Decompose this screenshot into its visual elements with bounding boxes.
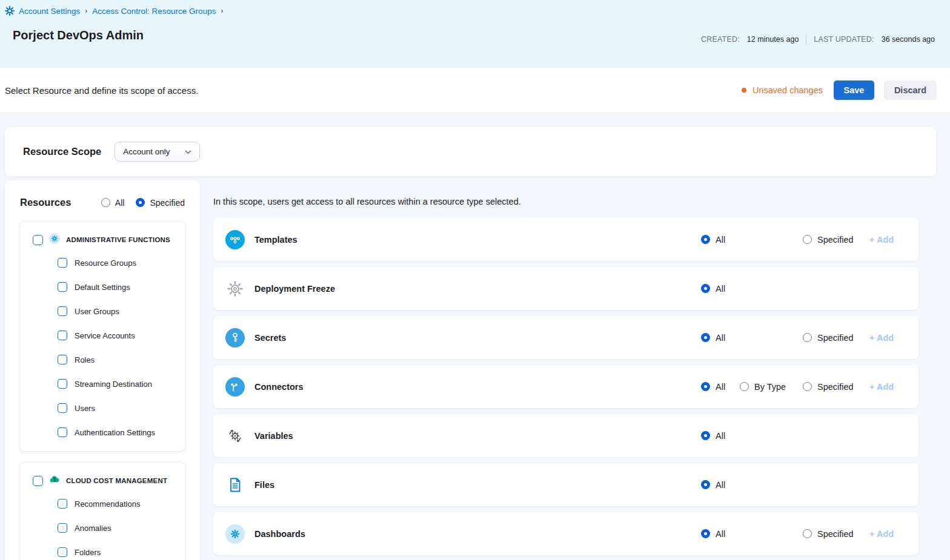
resource-item-checkbox[interactable] <box>58 331 67 340</box>
resource-item: Users <box>20 396 185 420</box>
breadcrumb-separator: › <box>221 7 223 15</box>
resource-item: Service Accounts <box>20 323 185 348</box>
resource-item-checkbox[interactable] <box>58 306 67 316</box>
resource-item: Authentication Settings <box>20 420 185 444</box>
files-icon <box>225 475 245 495</box>
group-checkbox[interactable] <box>33 476 43 486</box>
add-button[interactable]: + Add <box>869 382 894 392</box>
toolbar-actions: Unsaved changes Save Discard <box>742 81 937 100</box>
variables-icon <box>225 426 245 446</box>
resource-item-checkbox[interactable] <box>58 258 67 268</box>
group-checkbox[interactable] <box>33 235 43 245</box>
radio-option-all[interactable]: All <box>701 235 725 245</box>
radio-option-label: All <box>716 235 725 245</box>
add-button[interactable]: + Add <box>869 333 894 343</box>
radio-all[interactable] <box>101 198 110 207</box>
radio-specified[interactable] <box>136 198 145 207</box>
resource-item-checkbox[interactable] <box>58 523 67 533</box>
radio-all[interactable] <box>701 431 710 440</box>
radio-option-label: All <box>716 382 725 392</box>
radio-option-all[interactable]: All <box>101 198 125 208</box>
resource-item-checkbox[interactable] <box>58 499 67 509</box>
chevron-down-icon <box>185 147 191 156</box>
resource-item-label: Roles <box>75 355 95 364</box>
radio-all[interactable] <box>701 529 710 538</box>
resource-item-checkbox[interactable] <box>58 547 67 557</box>
resource-group-card: $CLOUD COST MANAGEMENTRecommendationsAno… <box>19 462 185 560</box>
discard-button[interactable]: Discard <box>884 81 937 100</box>
radio-specified[interactable] <box>803 382 812 391</box>
radio-all[interactable] <box>701 382 710 391</box>
resource-type-row: DashboardsAllSpecified+ Add <box>213 512 918 555</box>
cloud-dollar-icon: $ <box>49 474 60 487</box>
unsaved-dot-icon <box>742 88 746 93</box>
radio-option-all[interactable]: All <box>701 333 725 343</box>
radio-option-specified[interactable]: Specified <box>803 382 854 392</box>
breadcrumb-account-settings[interactable]: Account Settings <box>19 7 80 16</box>
add-button[interactable]: + Add <box>869 235 894 245</box>
radio-option-all[interactable]: All <box>701 480 725 490</box>
resources-panel-header: Resources All Specified <box>5 180 200 221</box>
resource-item-label: Service Accounts <box>75 331 135 340</box>
breadcrumb-access-control[interactable]: Access Control: Resource Groups <box>92 7 216 16</box>
resource-item-checkbox[interactable] <box>58 282 67 292</box>
resource-type-row: VariablesAll <box>213 414 918 457</box>
resource-item-checkbox[interactable] <box>58 427 67 437</box>
dashboards-icon <box>225 524 245 544</box>
resource-type-row: SecretsAllSpecified+ Add <box>213 316 918 359</box>
radio-option-by-type[interactable]: By Type <box>740 382 786 392</box>
last-updated-value: 36 seconds ago <box>882 35 935 44</box>
radio-all[interactable] <box>701 284 710 293</box>
resources-panel: Resources All Specified ADMINISTRATIVE F… <box>5 180 200 560</box>
radio-specified[interactable] <box>803 333 812 342</box>
radio-option-specified[interactable]: Specified <box>803 333 854 343</box>
resource-item: Recommendations <box>20 492 185 516</box>
save-button[interactable]: Save <box>834 81 874 100</box>
radio-option-all[interactable]: All <box>701 529 725 539</box>
unsaved-changes-label: Unsaved changes <box>752 85 823 95</box>
deployment-freeze-icon <box>225 279 245 298</box>
resource-item-label: Anomalies <box>75 524 111 533</box>
resource-type-name: Files <box>254 480 274 490</box>
radio-option-specified[interactable]: Specified <box>803 529 854 539</box>
templates-icon <box>225 230 245 249</box>
resource-item-checkbox[interactable] <box>58 379 67 389</box>
radio-option-label: Specified <box>817 382 854 392</box>
radio-option-all[interactable]: All <box>701 431 725 441</box>
resource-item-label: User Groups <box>75 307 119 316</box>
radio-specified[interactable] <box>803 235 812 244</box>
secrets-icon <box>225 328 245 348</box>
resource-item: User Groups <box>20 299 185 323</box>
radio-by-type[interactable] <box>740 382 749 391</box>
radio-all[interactable] <box>701 480 710 489</box>
resource-group-header: $CLOUD COST MANAGEMENT <box>20 470 185 492</box>
resource-item: Folders <box>20 540 185 560</box>
resource-item-checkbox[interactable] <box>58 355 67 364</box>
radio-option-specified[interactable]: Specified <box>803 235 854 245</box>
resource-item: Anomalies <box>20 516 185 540</box>
resource-item-checkbox[interactable] <box>58 403 67 413</box>
resource-scope-card: Resource Scope Account only <box>5 127 936 176</box>
resource-type-row: TemplatesAllSpecified+ Add <box>213 218 918 261</box>
resource-group-header: ADMINISTRATIVE FUNCTIONS <box>20 229 185 251</box>
resource-type-name: Dashboards <box>254 529 305 539</box>
breadcrumb: Account Settings › Access Control: Resou… <box>5 6 224 16</box>
resource-item: Default Settings <box>20 275 185 299</box>
radio-option-label: All <box>716 480 725 490</box>
radio-option-all[interactable]: All <box>701 382 725 392</box>
radio-option-specified[interactable]: Specified <box>136 198 185 208</box>
resource-type-name: Deployment Freeze <box>254 284 335 294</box>
radio-option-all[interactable]: All <box>701 284 725 294</box>
radio-all[interactable] <box>701 235 710 244</box>
content-area: Resource Scope Account only Resources Al… <box>0 113 950 560</box>
radio-all[interactable] <box>701 333 710 342</box>
resource-group-items: RecommendationsAnomaliesFolders <box>20 492 185 560</box>
radio-specified[interactable] <box>803 529 812 538</box>
radio-option-label: All <box>716 284 725 294</box>
resource-item-label: Resource Groups <box>75 259 136 268</box>
action-toolbar: Select Resource and define its scope of … <box>0 68 950 113</box>
resource-item-label: Folders <box>75 548 101 557</box>
resource-scope-dropdown[interactable]: Account only <box>115 142 199 162</box>
page-title: Porject DevOps Admin <box>13 28 144 42</box>
add-button[interactable]: + Add <box>869 529 894 539</box>
